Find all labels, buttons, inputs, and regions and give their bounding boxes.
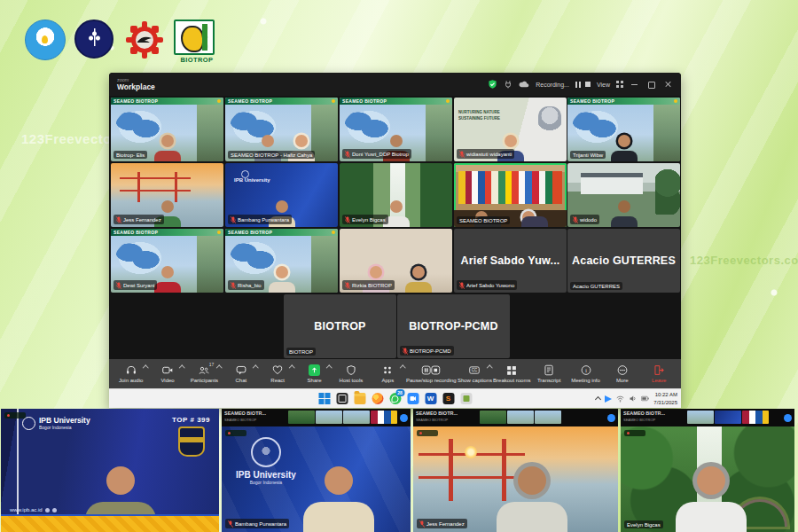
participant-tile[interactable]: SEAMEO BIOTROP Doni Yusri_DDP Biotrop [340, 98, 452, 161]
battery-icon[interactable] [641, 395, 649, 403]
breakout-rooms-button[interactable]: Breakout rooms [493, 359, 530, 388]
muted-mic-icon [116, 216, 121, 223]
participant-tile[interactable]: BIOTROP-PCMD BIOTROP-PCMD [397, 294, 510, 358]
transcript-button[interactable]: Transcript [530, 359, 567, 388]
speaker-name-label: Bambang Purwantara [225, 519, 289, 528]
filmstrip-thumbnail[interactable] [343, 411, 370, 424]
transcript-doc-icon [543, 364, 555, 376]
filmstrip-thumbnail[interactable] [742, 411, 769, 424]
leave-button[interactable]: Leave [641, 359, 677, 388]
nurture-bg-text: NURTURING NATURESUSTAINING FUTURE [458, 110, 500, 122]
participant-tile[interactable]: NURTURING NATURESUSTAINING FUTURE widias… [454, 98, 567, 161]
speaker-avatar [492, 466, 572, 532]
heart-icon [271, 364, 284, 376]
biotrop-logo-label: BIOTROP [174, 56, 220, 64]
chevron-up-icon[interactable] [326, 365, 332, 371]
filmstrip: SEAMEO BIOTR...SEAMEO BIOTROP [413, 409, 618, 426]
maximize-button[interactable] [646, 80, 657, 89]
participant-tile[interactable]: Rizkia BIOTROP [340, 229, 452, 293]
word-icon[interactable]: W [425, 393, 436, 404]
whatsapp-icon[interactable]: 28 [389, 393, 401, 404]
participant-name-label: Dewi Suryani [113, 280, 157, 290]
apps-button[interactable]: Apps [370, 359, 406, 388]
tray-expand-icon[interactable] [595, 396, 601, 403]
chevron-up-icon[interactable] [179, 365, 184, 371]
chevron-up-icon[interactable] [400, 365, 405, 371]
view-grid-icon[interactable] [616, 81, 623, 88]
zoom-app-icon[interactable] [407, 393, 419, 404]
join-audio-button[interactable]: Join audio [113, 359, 149, 388]
video-button[interactable]: Video [149, 359, 185, 388]
participant-tile[interactable]: Arief Sabdo Yuw... Arief Sabdo Yuwono [454, 229, 567, 293]
s-app-icon[interactable]: S [442, 393, 454, 404]
react-button[interactable]: React [260, 359, 296, 388]
participant-avatar [153, 135, 183, 161]
share-button[interactable]: Share [296, 359, 332, 388]
chevron-up-icon[interactable] [143, 365, 148, 371]
filmstrip-thumbnail[interactable] [316, 411, 342, 424]
header-logos: BIOTROP [25, 20, 220, 67]
more-button[interactable]: More [604, 359, 640, 388]
pause-stop-recording-button[interactable]: Pause/stop recording [406, 359, 457, 388]
muted-mic-icon [459, 151, 465, 158]
participant-tile[interactable]: SEAMEO BIOTROP SEAMEO BIOTROP - Hafiz Ca… [225, 98, 338, 161]
pause-recording-icon[interactable] [575, 82, 591, 88]
minimize-button[interactable] [630, 80, 640, 89]
firefox-icon[interactable] [372, 393, 383, 404]
host-tools-button[interactable]: Host tools [332, 359, 369, 388]
feed-waterfall-speaker: SEAMEO BIOTR...SEAMEO BIOTROP Evelyn Big… [621, 409, 794, 532]
windows-start-icon[interactable] [318, 393, 330, 404]
remote-app-icon[interactable] [460, 393, 472, 404]
wifi-icon[interactable] [616, 395, 624, 403]
file-explorer-icon[interactable] [354, 393, 365, 404]
filmstrip-thumbnail[interactable] [715, 411, 741, 424]
filmstrip-thumbnail[interactable] [480, 411, 506, 424]
task-view-icon[interactable] [336, 393, 348, 404]
watermark-right: 123Freevectors.com [690, 254, 798, 267]
show-captions-button[interactable]: CC Show captions [457, 359, 493, 388]
volume-icon[interactable] [629, 395, 637, 403]
taskbar-clock[interactable]: 10:22 AM 7/31/2025 [653, 391, 677, 405]
headset-icon [125, 364, 137, 376]
close-button[interactable] [663, 80, 674, 89]
participant-tile[interactable]: IPB University Bambang Purwantara [225, 163, 338, 227]
participant-tile[interactable]: SEAMEO BIOTROP Trijanti Wibw [567, 98, 680, 161]
participant-tile-active-speaker[interactable]: SEAMEO BIOTROP [454, 163, 567, 227]
ipb-url: www.ipb.ac.id [10, 507, 57, 512]
filmstrip-thumbnail[interactable] [371, 411, 397, 424]
filmstrip-thumbnail[interactable] [687, 411, 714, 424]
participant-name-label: Rizkia BIOTROP [342, 280, 395, 290]
bottom-video-feeds: IPB UniversityBogor Indonesia TOP # 399 … [1, 409, 797, 532]
participant-name-label: SEAMEO BIOTROP [457, 216, 510, 224]
zoom-titlebar[interactable]: zoom Workplace Recording... View [109, 73, 681, 96]
participants-button[interactable]: 17 Participants [186, 359, 223, 388]
participant-tile[interactable]: SEAMEO BIOTROP Risha_bio [225, 229, 338, 293]
participant-tile[interactable]: SEAMEO BIOTROP Biotrop- Elis [111, 98, 223, 161]
participant-tile[interactable]: widodo [567, 163, 680, 227]
taskbar-date: 7/31/2025 [653, 399, 677, 406]
participant-tile[interactable]: Jess Fernandez [111, 163, 223, 227]
participant-name-label: widiastuti widayanti [457, 149, 514, 159]
participant-tile[interactable]: BIOTROP BIOTROP [284, 294, 396, 358]
zoom-brand: zoom Workplace [117, 78, 155, 91]
pause-stop-icon [421, 364, 441, 376]
chat-button[interactable]: Chat [223, 359, 259, 388]
windows-taskbar: 28 W S 10:22 AM 7/31/2025 [109, 388, 681, 408]
filmstrip-thumbnail[interactable] [535, 411, 561, 424]
participant-tile[interactable]: Evelyn Bigcas [340, 163, 452, 227]
whatsapp-badge: 28 [395, 389, 404, 396]
sunset-sun [465, 446, 477, 458]
filmstrip-thumbnail[interactable] [288, 411, 315, 424]
chevron-up-icon[interactable] [289, 365, 294, 371]
paper-plane-tray-icon[interactable] [605, 395, 612, 403]
ipb-tile-text: IPB University [234, 177, 270, 183]
meeting-info-button[interactable]: i Meeting info [567, 359, 604, 388]
ipb-logo [74, 20, 115, 67]
filmstrip-thumbnail[interactable] [507, 411, 534, 424]
chevron-up-icon[interactable] [253, 365, 258, 371]
stop-recording-icon[interactable] [585, 82, 591, 87]
participant-tile[interactable]: SEAMEO BIOTROP Dewi Suryani [111, 229, 223, 293]
chevron-up-icon[interactable] [487, 365, 492, 371]
chevron-up-icon[interactable] [216, 365, 222, 371]
participant-tile[interactable]: Acacio GUTERRES Acacio GUTERRES [567, 229, 680, 293]
